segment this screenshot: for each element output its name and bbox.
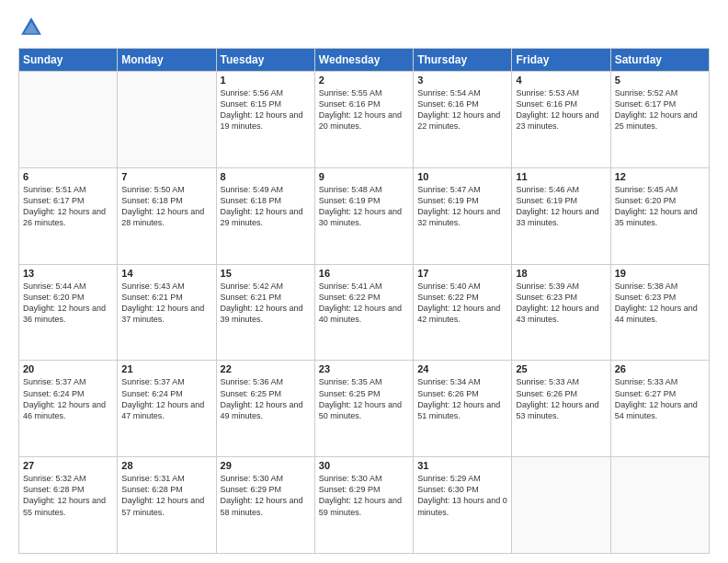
day-info: Sunrise: 5:33 AM Sunset: 6:27 PM Dayligh… — [615, 376, 705, 421]
day-info: Sunrise: 5:29 AM Sunset: 6:30 PM Dayligh… — [417, 473, 507, 518]
day-info: Sunrise: 5:37 AM Sunset: 6:24 PM Dayligh… — [23, 376, 113, 421]
logo — [18, 15, 48, 40]
logo-icon — [18, 15, 44, 40]
day-number: 13 — [23, 268, 113, 279]
day-number: 4 — [516, 75, 606, 86]
calendar-cell: 25Sunrise: 5:33 AM Sunset: 6:26 PM Dayli… — [512, 361, 610, 457]
day-number: 18 — [516, 268, 606, 279]
day-info: Sunrise: 5:47 AM Sunset: 6:19 PM Dayligh… — [417, 184, 507, 229]
day-info: Sunrise: 5:38 AM Sunset: 6:23 PM Dayligh… — [615, 281, 705, 326]
calendar-cell: 5Sunrise: 5:52 AM Sunset: 6:17 PM Daylig… — [610, 72, 709, 168]
calendar-cell — [19, 72, 118, 168]
day-info: Sunrise: 5:53 AM Sunset: 6:16 PM Dayligh… — [516, 87, 606, 132]
day-number: 12 — [615, 171, 705, 182]
day-info: Sunrise: 5:36 AM Sunset: 6:25 PM Dayligh… — [221, 376, 311, 421]
day-number: 30 — [319, 460, 409, 471]
calendar-cell: 23Sunrise: 5:35 AM Sunset: 6:25 PM Dayli… — [314, 361, 413, 457]
calendar-cell: 3Sunrise: 5:54 AM Sunset: 6:16 PM Daylig… — [414, 72, 512, 168]
day-number: 21 — [121, 363, 211, 374]
calendar-cell: 20Sunrise: 5:37 AM Sunset: 6:24 PM Dayli… — [19, 361, 118, 457]
day-info: Sunrise: 5:52 AM Sunset: 6:17 PM Dayligh… — [615, 87, 705, 132]
calendar-header-tuesday: Tuesday — [216, 49, 314, 72]
day-number: 14 — [121, 268, 211, 279]
day-number: 31 — [417, 460, 507, 471]
calendar-cell: 28Sunrise: 5:31 AM Sunset: 6:28 PM Dayli… — [118, 457, 216, 554]
calendar-cell: 24Sunrise: 5:34 AM Sunset: 6:26 PM Dayli… — [414, 361, 512, 457]
calendar-cell: 27Sunrise: 5:32 AM Sunset: 6:28 PM Dayli… — [19, 457, 118, 554]
day-number: 7 — [121, 171, 211, 182]
calendar-cell: 19Sunrise: 5:38 AM Sunset: 6:23 PM Dayli… — [610, 264, 709, 361]
day-info: Sunrise: 5:55 AM Sunset: 6:16 PM Dayligh… — [319, 87, 409, 132]
day-number: 17 — [417, 268, 507, 279]
calendar-header-monday: Monday — [118, 49, 216, 72]
calendar-cell: 1Sunrise: 5:56 AM Sunset: 6:15 PM Daylig… — [216, 72, 314, 168]
calendar-table: SundayMondayTuesdayWednesdayThursdayFrid… — [18, 48, 710, 554]
day-info: Sunrise: 5:50 AM Sunset: 6:18 PM Dayligh… — [121, 184, 211, 229]
day-number: 2 — [319, 75, 409, 86]
day-info: Sunrise: 5:37 AM Sunset: 6:24 PM Dayligh… — [121, 376, 211, 421]
day-info: Sunrise: 5:32 AM Sunset: 6:28 PM Dayligh… — [23, 473, 113, 518]
day-info: Sunrise: 5:43 AM Sunset: 6:21 PM Dayligh… — [121, 281, 211, 326]
calendar-cell: 31Sunrise: 5:29 AM Sunset: 6:30 PM Dayli… — [414, 457, 512, 554]
day-info: Sunrise: 5:41 AM Sunset: 6:22 PM Dayligh… — [319, 281, 409, 326]
day-info: Sunrise: 5:34 AM Sunset: 6:26 PM Dayligh… — [417, 376, 507, 421]
calendar-cell: 14Sunrise: 5:43 AM Sunset: 6:21 PM Dayli… — [118, 264, 216, 361]
day-number: 26 — [615, 363, 705, 374]
calendar-header-row: SundayMondayTuesdayWednesdayThursdayFrid… — [19, 49, 710, 72]
calendar-week-4: 20Sunrise: 5:37 AM Sunset: 6:24 PM Dayli… — [19, 361, 710, 457]
day-number: 5 — [615, 75, 705, 86]
day-number: 28 — [121, 460, 211, 471]
day-info: Sunrise: 5:30 AM Sunset: 6:29 PM Dayligh… — [221, 473, 311, 518]
calendar-cell — [118, 72, 216, 168]
calendar-cell: 4Sunrise: 5:53 AM Sunset: 6:16 PM Daylig… — [512, 72, 610, 168]
day-number: 11 — [516, 171, 606, 182]
day-info: Sunrise: 5:48 AM Sunset: 6:19 PM Dayligh… — [319, 184, 409, 229]
day-number: 25 — [516, 363, 606, 374]
day-info: Sunrise: 5:30 AM Sunset: 6:29 PM Dayligh… — [319, 473, 409, 518]
day-number: 10 — [417, 171, 507, 182]
calendar-cell: 11Sunrise: 5:46 AM Sunset: 6:19 PM Dayli… — [512, 167, 610, 264]
day-info: Sunrise: 5:49 AM Sunset: 6:18 PM Dayligh… — [221, 184, 311, 229]
calendar-cell: 7Sunrise: 5:50 AM Sunset: 6:18 PM Daylig… — [118, 167, 216, 264]
day-number: 9 — [319, 171, 409, 182]
calendar-cell — [512, 457, 610, 554]
calendar-cell: 22Sunrise: 5:36 AM Sunset: 6:25 PM Dayli… — [216, 361, 314, 457]
calendar-cell: 8Sunrise: 5:49 AM Sunset: 6:18 PM Daylig… — [216, 167, 314, 264]
calendar-header-friday: Friday — [512, 49, 610, 72]
day-info: Sunrise: 5:54 AM Sunset: 6:16 PM Dayligh… — [417, 87, 507, 132]
page: SundayMondayTuesdayWednesdayThursdayFrid… — [0, 0, 728, 563]
header — [18, 15, 710, 40]
day-info: Sunrise: 5:33 AM Sunset: 6:26 PM Dayligh… — [516, 376, 606, 421]
day-number: 22 — [221, 363, 311, 374]
day-info: Sunrise: 5:42 AM Sunset: 6:21 PM Dayligh… — [221, 281, 311, 326]
day-info: Sunrise: 5:45 AM Sunset: 6:20 PM Dayligh… — [615, 184, 705, 229]
calendar-cell: 9Sunrise: 5:48 AM Sunset: 6:19 PM Daylig… — [314, 167, 413, 264]
calendar-cell: 30Sunrise: 5:30 AM Sunset: 6:29 PM Dayli… — [314, 457, 413, 554]
day-info: Sunrise: 5:46 AM Sunset: 6:19 PM Dayligh… — [516, 184, 606, 229]
day-number: 24 — [417, 363, 507, 374]
calendar-week-5: 27Sunrise: 5:32 AM Sunset: 6:28 PM Dayli… — [19, 457, 710, 554]
calendar-cell: 29Sunrise: 5:30 AM Sunset: 6:29 PM Dayli… — [216, 457, 314, 554]
day-info: Sunrise: 5:39 AM Sunset: 6:23 PM Dayligh… — [516, 281, 606, 326]
day-number: 6 — [23, 171, 113, 182]
calendar-cell: 10Sunrise: 5:47 AM Sunset: 6:19 PM Dayli… — [414, 167, 512, 264]
calendar-header-thursday: Thursday — [414, 49, 512, 72]
day-info: Sunrise: 5:51 AM Sunset: 6:17 PM Dayligh… — [23, 184, 113, 229]
day-number: 8 — [221, 171, 311, 182]
day-info: Sunrise: 5:56 AM Sunset: 6:15 PM Dayligh… — [221, 87, 311, 132]
calendar-cell: 12Sunrise: 5:45 AM Sunset: 6:20 PM Dayli… — [610, 167, 709, 264]
day-number: 1 — [221, 75, 311, 86]
calendar-header-wednesday: Wednesday — [314, 49, 413, 72]
day-number: 19 — [615, 268, 705, 279]
calendar-week-3: 13Sunrise: 5:44 AM Sunset: 6:20 PM Dayli… — [19, 264, 710, 361]
calendar-cell: 13Sunrise: 5:44 AM Sunset: 6:20 PM Dayli… — [19, 264, 118, 361]
day-number: 29 — [221, 460, 311, 471]
calendar-week-2: 6Sunrise: 5:51 AM Sunset: 6:17 PM Daylig… — [19, 167, 710, 264]
calendar-cell: 17Sunrise: 5:40 AM Sunset: 6:22 PM Dayli… — [414, 264, 512, 361]
day-info: Sunrise: 5:31 AM Sunset: 6:28 PM Dayligh… — [121, 473, 211, 518]
day-number: 15 — [221, 268, 311, 279]
calendar-cell: 18Sunrise: 5:39 AM Sunset: 6:23 PM Dayli… — [512, 264, 610, 361]
day-number: 23 — [319, 363, 409, 374]
day-info: Sunrise: 5:35 AM Sunset: 6:25 PM Dayligh… — [319, 376, 409, 421]
calendar-cell: 21Sunrise: 5:37 AM Sunset: 6:24 PM Dayli… — [118, 361, 216, 457]
